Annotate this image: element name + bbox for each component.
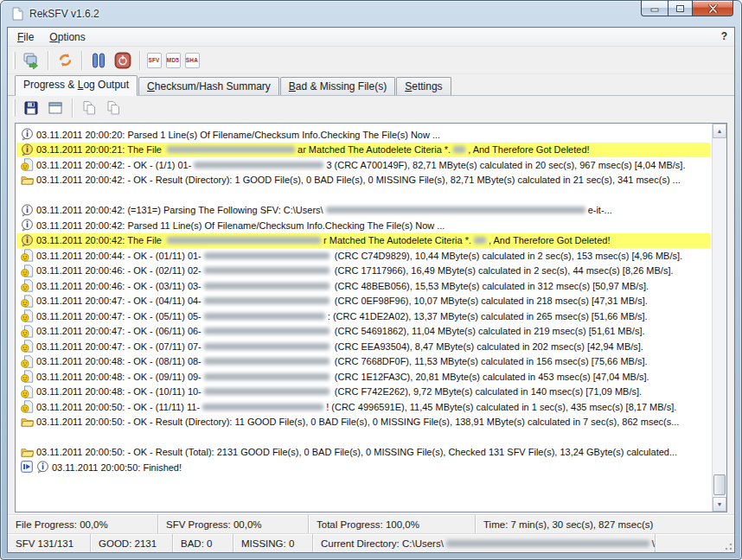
redacted-text [453, 146, 465, 153]
scan-button[interactable] [19, 49, 43, 72]
stop-icon [114, 52, 131, 69]
help-menu[interactable]: ? [721, 30, 727, 42]
status-segment: Current Directory: C:\Users\\ [313, 534, 656, 552]
text: 03.11.2011 20:00:42: Parsed 11 Line(s) O… [36, 220, 445, 231]
log-row: 03.11.2011 20:00:48: - OK - (09/11) 09- … [16, 369, 710, 385]
text: 03.11.2011 20:00:42: - OK - (1/1) 01- [36, 160, 191, 170]
redacted-text [326, 207, 585, 213]
app-icon [10, 7, 24, 21]
redacted-text [204, 267, 329, 274]
create-sha-button[interactable]: SHA [182, 49, 201, 72]
redacted-text [204, 373, 329, 380]
create-sfv-button[interactable]: SFV [144, 49, 163, 72]
refresh-button[interactable] [53, 49, 77, 72]
log-row: 03.11.2011 20:00:50: - OK - Result (Tota… [16, 445, 710, 461]
redacted-text [474, 237, 486, 244]
scroll-down-button[interactable]: ▼ [713, 497, 726, 512]
log-output[interactable]: 03.11.2011 20:00:20: Parsed 1 Line(s) Of… [15, 123, 727, 512]
log-row: 03.11.2011 20:00:50: Finished! [16, 460, 710, 475]
folder-icon [21, 446, 34, 459]
scroll-thumb[interactable] [713, 474, 726, 495]
log-row: 03.11.2011 20:00:46: - OK - (02/11) 02- … [16, 264, 710, 279]
scroll-up-button[interactable]: ▲ [713, 124, 726, 138]
text: GOOD: 2131 [99, 538, 157, 549]
toolbar-grip [13, 99, 16, 117]
toolbar-separator [81, 51, 82, 70]
text: 03.11.2011 20:00:50: Finished! [52, 462, 182, 473]
file-ok-icon [21, 370, 34, 383]
log-row: 03.11.2011 20:00:47: - OK - (05/11) 05-:… [16, 309, 710, 324]
log-row: 03.11.2011 20:00:48: - OK - (10/11) 10- … [16, 385, 710, 400]
status-segment: Time: 7 min(s), 30 sec(s), 827 msec(s) [476, 515, 734, 533]
pause-icon [90, 52, 107, 69]
text: (CRC 54691862), 11,04 MByte(s) calculate… [332, 326, 645, 336]
copy-log-button[interactable] [77, 97, 101, 119]
log-row: 03.11.2011 20:00:47: - OK - (07/11) 07- … [16, 339, 710, 354]
minimize-button[interactable] [641, 0, 668, 16]
text: 03.11.2011 20:00:48: - OK - (10/11) 10- [36, 386, 201, 397]
copy-icon [106, 100, 121, 116]
resize-grip[interactable] [722, 540, 732, 550]
save-log-button[interactable] [19, 97, 43, 119]
file-ok-icon [21, 264, 34, 277]
text: 03.11.2011 20:00:20: Parsed 1 Line(s) Of… [36, 130, 440, 140]
pause-button[interactable] [86, 49, 111, 72]
titlebar: RekSFV v1.6.2 [1, 1, 741, 27]
log-scrollbar[interactable]: ▲ ▼ [712, 124, 726, 512]
redacted-text [204, 328, 329, 334]
file-ok-icon [21, 400, 34, 413]
info-icon [36, 461, 49, 474]
redacted-text [167, 237, 321, 244]
log-row: 03.11.2011 20:00:42: - OK - (1/1) 01-3 (… [16, 157, 710, 173]
tab-bad-missing-file-s[interactable]: Bad & Missing File(s) [280, 77, 395, 95]
tab-settings[interactable]: Settings [396, 77, 451, 95]
text: SFV Progress: 00,0% [166, 519, 262, 530]
new-window-button[interactable] [43, 97, 67, 119]
text: (CRC C74D9829), 10,44 MByte(s) calculate… [332, 251, 682, 261]
file-ok-icon [21, 279, 34, 292]
redacted-text [204, 313, 325, 320]
text: 03.11.2011 20:00:42: - OK - Result (Dire… [36, 175, 681, 185]
text: 03.11.2011 20:00:50: - OK - Result (Dire… [36, 417, 679, 427]
text: \ [652, 538, 655, 549]
window-title: RekSFV v1.6.2 [29, 8, 99, 20]
log-row: 03.11.2011 20:00:47: - OK - (04/11) 04- … [16, 294, 710, 309]
scan-icon [22, 52, 40, 69]
tab-progress-log-output[interactable]: Progress & Log Output [15, 75, 138, 96]
info-icon [21, 128, 34, 141]
text: , And Therefore Got Deleted! [489, 235, 610, 245]
file-ok-icon [21, 340, 34, 353]
copy-selection-button[interactable] [101, 97, 125, 119]
redacted-text [446, 540, 649, 547]
info-icon [21, 219, 34, 232]
text: : (CRC 41DE2A02), 13,37 MByte(s) calcula… [328, 311, 648, 321]
redacted-text [204, 388, 329, 395]
status-segment: GOOD: 2131 [91, 534, 173, 552]
text: 03.11.2011 20:00:48: - OK - (08/11) 08- [36, 356, 201, 366]
status-segment: File Progress: 00,0% [8, 515, 158, 533]
menu-file[interactable]: File [10, 29, 42, 45]
log-row: 03.11.2011 20:00:42: Parsed 11 Line(s) O… [16, 218, 710, 233]
menubar: FileOptions ? [8, 28, 734, 47]
create-md5-button[interactable]: MD5 [163, 49, 182, 72]
app-window: RekSFV v1.6.2 FileOptions ? [0, 0, 742, 560]
warning-icon [21, 234, 34, 247]
text: File Progress: 00,0% [16, 519, 108, 530]
file-ok-icon [21, 158, 34, 171]
log-row: 03.11.2011 20:00:44: - OK - (01/11) 01- … [16, 248, 710, 264]
text: Total Progress: 100,0% [317, 519, 419, 530]
maximize-button[interactable] [668, 0, 693, 16]
stop-button[interactable] [111, 49, 135, 72]
redacted-text [202, 404, 323, 410]
main-toolbar: SFV MD5 SHA [8, 47, 734, 74]
tab-checksum-hash-summary[interactable]: Checksum/Hash Summary [138, 77, 279, 95]
text: (CRC 0EF98F96), 10,07 MByte(s) calculate… [332, 296, 648, 306]
file-ok-icon [21, 385, 34, 398]
save-icon [23, 100, 39, 116]
folder-icon [21, 416, 34, 429]
toolbar-separator [139, 51, 140, 70]
log-row: 03.11.2011 20:00:47: - OK - (06/11) 06- … [16, 324, 710, 340]
menu-options[interactable]: Options [42, 29, 93, 45]
text: (CRC EEA93504), 8,47 MByte(s) calculated… [332, 341, 643, 352]
close-button[interactable] [693, 0, 733, 16]
